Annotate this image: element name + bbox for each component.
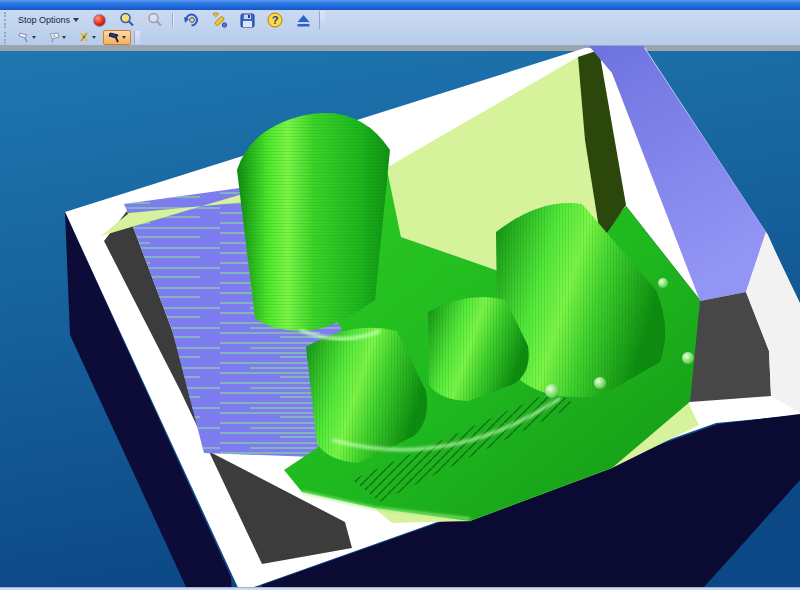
mill-tool-icon-2 — [48, 32, 61, 43]
eject-icon — [296, 13, 311, 28]
simulation-tool-button-4[interactable] — [103, 30, 131, 45]
rotate-zoom-icon — [183, 12, 200, 28]
save-icon — [240, 13, 255, 28]
dropdown-arrow-icon — [62, 36, 66, 39]
svg-text:?: ? — [272, 14, 279, 26]
simulation-3d-viewport[interactable] — [0, 46, 800, 587]
dropdown-arrow-icon — [122, 36, 126, 39]
zoom-out-icon — [147, 12, 163, 28]
eject-button[interactable] — [290, 10, 316, 30]
main-toolbar: Stop Options — [0, 10, 800, 30]
mill-tool-icon-4 — [108, 32, 121, 43]
dropdown-arrow-icon — [73, 18, 79, 22]
toolbar-separator — [172, 13, 174, 27]
dropdown-arrow-icon — [32, 36, 36, 39]
save-button[interactable] — [234, 10, 260, 30]
stop-options-button[interactable]: Stop Options — [13, 10, 84, 30]
part-cylinder-top-striations — [237, 113, 390, 331]
mill-tool-icon-1 — [18, 32, 31, 43]
toolbar-grip-2[interactable] — [4, 32, 10, 44]
pan-rotate-button[interactable] — [178, 10, 204, 30]
simulation-tool-button-3[interactable] — [73, 30, 101, 45]
mill-tool-icon-3 — [78, 32, 91, 43]
stop-options-label: Stop Options — [18, 15, 70, 25]
part-bump-1 — [545, 384, 559, 398]
help-icon: ? — [267, 12, 283, 28]
simulation-tool-button-2[interactable] — [43, 30, 71, 45]
dropdown-arrow-icon — [92, 36, 96, 39]
toolbar-island-end-2[interactable] — [134, 31, 140, 45]
part-bump-4 — [658, 278, 668, 288]
zoom-in-icon — [119, 12, 135, 28]
toolbar-island-end[interactable] — [319, 11, 325, 29]
part-bump-3 — [682, 352, 694, 364]
tools-toolbar — [0, 30, 800, 45]
record-icon — [93, 14, 106, 27]
toolbar-area: Stop Options — [0, 10, 800, 46]
wrench-icon — [211, 12, 228, 28]
viewport-top-edge — [0, 46, 800, 51]
simulation-tool-button-1[interactable] — [13, 30, 41, 45]
zoom-out-button[interactable] — [142, 10, 168, 30]
help-button[interactable]: ? — [262, 10, 288, 30]
zoom-in-button[interactable] — [114, 10, 140, 30]
settings-button[interactable] — [206, 10, 232, 30]
toolbar-grip[interactable] — [4, 12, 10, 28]
window-title-bar[interactable] — [0, 0, 800, 10]
record-button[interactable] — [86, 10, 112, 30]
part-bump-2 — [594, 377, 606, 389]
